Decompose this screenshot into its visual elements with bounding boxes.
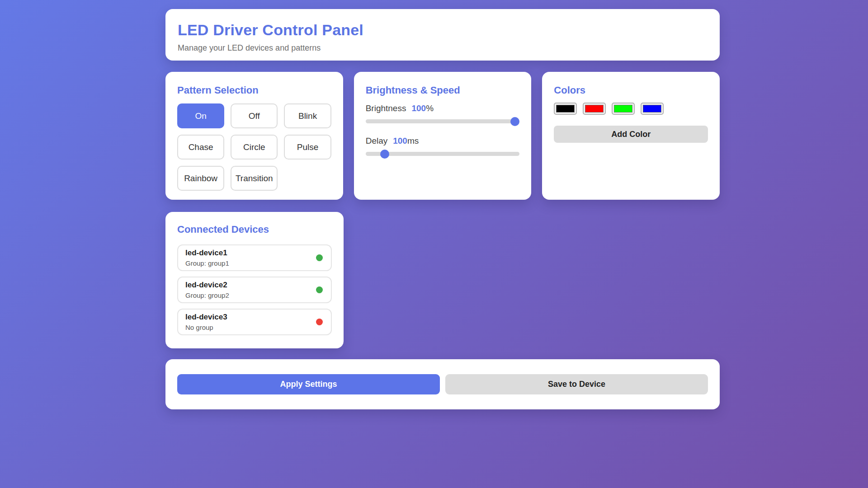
delay-label: Delay bbox=[366, 136, 388, 145]
device-list: led-device1 Group: group1 led-device2 Gr… bbox=[177, 244, 332, 335]
color-swatch-blue-fill bbox=[643, 105, 661, 113]
save-to-device-button[interactable]: Save to Device bbox=[445, 374, 708, 394]
brightness-label-row: Brightness100% bbox=[366, 103, 520, 113]
color-swatch-red-fill bbox=[585, 105, 604, 113]
pattern-button-on[interactable]: On bbox=[177, 103, 224, 128]
actions-card: Apply Settings Save to Device bbox=[165, 359, 720, 409]
top-cards-row: Pattern Selection On Off Blink Chase Cir… bbox=[165, 72, 720, 200]
pattern-button-rainbow[interactable]: Rainbow bbox=[177, 166, 224, 191]
colors-heading: Colors bbox=[554, 84, 708, 96]
pattern-grid: On Off Blink Chase Circle Pulse Rainbow … bbox=[177, 103, 331, 191]
delay-slider-thumb[interactable] bbox=[380, 150, 389, 159]
color-swatch-red[interactable] bbox=[583, 103, 606, 115]
device-info: led-device3 No group bbox=[185, 313, 227, 331]
header-card: LED Driver Control Panel Manage your LED… bbox=[165, 9, 720, 61]
colors-card: Colors Add Color bbox=[542, 72, 720, 200]
delay-slider-group: Delay100ms bbox=[366, 136, 520, 156]
color-swatch-black-fill bbox=[556, 105, 575, 113]
device-info: led-device1 Group: group1 bbox=[185, 249, 229, 267]
brightness-label: Brightness bbox=[366, 103, 406, 113]
brightness-slider-thumb[interactable] bbox=[510, 117, 519, 126]
brightness-speed-card: Brightness & Speed Brightness100% Delay1… bbox=[354, 72, 532, 200]
pattern-button-pulse[interactable]: Pulse bbox=[284, 135, 331, 160]
page-title: LED Driver Control Panel bbox=[178, 21, 708, 39]
brightness-slider[interactable] bbox=[366, 119, 520, 123]
brightness-speed-heading: Brightness & Speed bbox=[366, 84, 520, 96]
color-swatch-green[interactable] bbox=[612, 103, 635, 115]
page-subtitle: Manage your LED devices and patterns bbox=[178, 43, 708, 53]
connected-devices-card: Connected Devices led-device1 Group: gro… bbox=[165, 212, 344, 348]
pattern-button-circle[interactable]: Circle bbox=[231, 135, 278, 160]
connected-devices-heading: Connected Devices bbox=[177, 224, 332, 235]
color-swatch-row bbox=[554, 103, 708, 115]
device-group: No group bbox=[185, 324, 227, 331]
device-row-led-device3[interactable]: led-device3 No group bbox=[177, 309, 332, 335]
brightness-unit: % bbox=[426, 103, 434, 113]
pattern-button-blink[interactable]: Blink bbox=[284, 103, 331, 128]
delay-label-row: Delay100ms bbox=[366, 136, 520, 146]
pattern-selection-card: Pattern Selection On Off Blink Chase Cir… bbox=[165, 72, 343, 200]
status-dot bbox=[316, 319, 323, 325]
pattern-button-off[interactable]: Off bbox=[231, 103, 278, 128]
device-row-led-device1[interactable]: led-device1 Group: group1 bbox=[177, 244, 332, 271]
color-swatch-green-fill bbox=[614, 105, 632, 113]
device-name: led-device2 bbox=[185, 281, 229, 290]
device-name: led-device1 bbox=[185, 249, 229, 258]
pattern-button-transition[interactable]: Transition bbox=[231, 166, 278, 191]
delay-unit: ms bbox=[407, 136, 419, 145]
device-group: Group: group1 bbox=[185, 259, 229, 267]
delay-value: 100 bbox=[393, 136, 407, 145]
apply-settings-button[interactable]: Apply Settings bbox=[177, 374, 440, 394]
pattern-selection-heading: Pattern Selection bbox=[177, 84, 331, 96]
status-dot bbox=[316, 286, 323, 293]
add-color-button[interactable]: Add Color bbox=[554, 126, 708, 143]
device-row-led-device2[interactable]: led-device2 Group: group2 bbox=[177, 277, 332, 303]
status-dot bbox=[316, 254, 323, 261]
color-swatch-black[interactable] bbox=[554, 103, 577, 115]
delay-slider[interactable] bbox=[366, 152, 520, 156]
device-info: led-device2 Group: group2 bbox=[185, 281, 229, 299]
device-group: Group: group2 bbox=[185, 291, 229, 299]
color-swatch-blue[interactable] bbox=[641, 103, 664, 115]
brightness-value: 100 bbox=[411, 103, 426, 113]
brightness-slider-group: Brightness100% bbox=[366, 103, 520, 123]
pattern-button-chase[interactable]: Chase bbox=[177, 135, 224, 160]
device-name: led-device3 bbox=[185, 313, 227, 322]
